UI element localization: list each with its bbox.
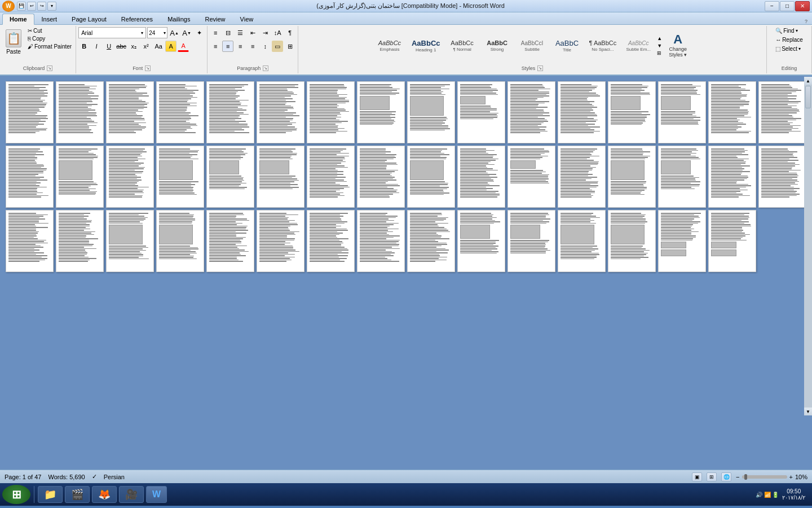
more-quick-btn[interactable]: ▾ [47,2,56,11]
page-thumb[interactable] [508,146,555,208]
page-thumb[interactable] [357,81,405,143]
taskbar-media[interactable]: 🎬 [65,486,90,503]
minimize-button[interactable]: − [765,1,779,11]
page-thumb[interactable] [457,81,505,143]
justify-button[interactable]: ≡ [247,41,258,52]
web-layout-btn[interactable]: 🌐 [721,472,731,481]
page-thumb[interactable] [708,81,756,143]
paragraph-expand[interactable]: ↘ [263,65,268,71]
bullets-button[interactable]: ≡ [210,27,221,38]
ribbon-help[interactable]: ? [805,19,807,24]
decrease-font-btn[interactable]: A▼ [181,27,192,38]
styles-down[interactable]: ▼ [656,42,663,49]
page-thumb[interactable] [307,146,355,208]
font-size-combo[interactable]: 24 ▾ [147,27,167,38]
page-thumb[interactable] [56,146,104,208]
bold-button[interactable]: B [78,41,90,52]
zoom-in-btn[interactable]: + [789,474,793,480]
borders-button[interactable]: ⊞ [284,41,295,52]
office-button[interactable]: W [2,1,15,12]
subscript-button[interactable]: x₂ [128,41,139,52]
page-thumb[interactable] [558,210,606,272]
tab-view[interactable]: View [233,13,261,24]
show-para-button[interactable]: ¶ [284,27,295,38]
strikethrough-button[interactable]: abc [116,41,127,52]
shading-button[interactable]: ▭ [272,41,283,52]
save-quick-btn[interactable]: 💾 [17,2,26,11]
maximize-button[interactable]: □ [780,1,795,11]
copy-button[interactable]: ⎘ Copy [26,35,73,42]
cut-button[interactable]: ✂ Cut [26,27,73,34]
page-thumb[interactable] [758,81,806,143]
page-thumb[interactable] [558,146,606,208]
style-heading1[interactable]: AaBbCc Heading 1 [408,37,444,55]
tab-home[interactable]: Home [2,14,34,25]
start-button[interactable]: ⊞ [2,485,30,504]
spell-check-icon[interactable]: ✓ [92,473,97,480]
page-thumb[interactable] [106,81,154,143]
tab-mailings[interactable]: Mailings [160,13,197,24]
page-thumb[interactable] [307,210,355,272]
style-subtitle[interactable]: AaBbCcI Subtitle [515,38,549,54]
align-right-button[interactable]: ≡ [235,41,246,52]
page-thumb[interactable] [6,81,54,143]
underline-button[interactable]: U [103,41,114,52]
page-thumb[interactable] [508,210,555,272]
increase-indent-button[interactable]: ⇥ [259,27,271,38]
decrease-indent-button[interactable]: ⇤ [247,27,258,38]
page-thumb[interactable] [407,146,455,208]
style-strong[interactable]: AaBbC Strong [480,37,514,54]
language[interactable]: Persian [104,474,125,480]
page-thumb[interactable] [708,146,756,208]
page-thumb[interactable] [758,146,806,208]
clear-format-btn[interactable]: ✦ [193,27,205,38]
scroll-up-arrow[interactable]: ▲ [804,77,812,85]
page-thumb[interactable] [257,81,304,143]
tab-review[interactable]: Review [197,13,232,24]
superscript-button[interactable]: x² [140,41,152,52]
tab-page-layout[interactable]: Page Layout [64,13,114,24]
page-thumb[interactable] [407,81,455,143]
font-expand[interactable]: ↘ [145,65,151,71]
taskbar-word[interactable]: W [146,486,167,503]
font-name-combo[interactable]: Arial ▾ [78,27,146,38]
scroll-down-arrow[interactable]: ▼ [804,408,812,415]
page-thumb[interactable] [257,146,304,208]
styles-expand[interactable]: ↘ [537,65,543,71]
page-thumb[interactable] [156,210,204,272]
taskbar-video[interactable]: 🎥 [119,486,144,503]
numbering-button[interactable]: ⊟ [222,27,233,38]
page-thumb[interactable] [206,81,254,143]
page-thumb[interactable] [156,146,204,208]
find-button[interactable]: 🔍 Find ▾ [774,27,799,34]
page-thumb[interactable] [106,210,154,272]
page-thumb[interactable] [457,210,505,272]
page-thumb[interactable] [407,210,455,272]
page-thumb[interactable] [357,210,405,272]
highlight-button[interactable]: A [165,41,176,52]
font-color-button[interactable]: A [178,41,189,52]
page-thumb[interactable] [608,210,656,272]
page-thumb[interactable] [658,146,706,208]
clipboard-expand[interactable]: ↘ [47,65,52,71]
styles-more[interactable]: ⊞ [656,50,663,56]
page-thumb[interactable] [156,81,204,143]
style-normal[interactable]: AaBbCc ¶ Normal [445,37,479,54]
redo-quick-btn[interactable]: ↪ [37,2,46,11]
page-thumb[interactable] [56,210,104,272]
page-thumb[interactable] [106,146,154,208]
style-subtle-em[interactable]: AaBbCc Subtle Em... [621,38,655,54]
page-thumb[interactable] [56,81,104,143]
page-thumb[interactable] [457,146,505,208]
undo-quick-btn[interactable]: ↩ [27,2,36,11]
align-center-button[interactable]: ≡ [222,41,233,52]
change-case-button[interactable]: Aa [153,41,164,52]
page-thumb[interactable] [307,81,355,143]
tab-insert[interactable]: Insert [34,13,65,24]
page-thumb[interactable] [6,210,54,272]
change-styles-button[interactable]: A ChangeStyles ▾ [664,31,692,60]
replace-button[interactable]: ↔ Replace [774,36,805,43]
page-thumb[interactable] [608,146,656,208]
page-thumb[interactable] [6,146,54,208]
page-thumb[interactable] [608,81,656,143]
